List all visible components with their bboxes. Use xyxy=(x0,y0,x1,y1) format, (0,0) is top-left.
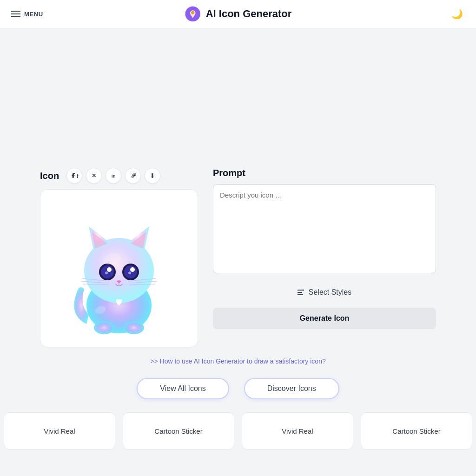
twitter-share-button[interactable]: ✕ xyxy=(86,168,102,184)
facebook-icon xyxy=(70,172,77,179)
select-styles-label: Select Styles xyxy=(309,288,351,297)
svg-point-5 xyxy=(124,321,144,334)
svg-point-12 xyxy=(130,267,135,272)
style-card-1[interactable]: Cartoon Sticker xyxy=(123,412,234,450)
svg-point-4 xyxy=(94,321,114,334)
icon-label: Icon xyxy=(40,171,59,181)
app-title: AI Icon Generator xyxy=(206,8,292,20)
linkedin-icon: in xyxy=(112,173,116,178)
linkedin-share-button[interactable]: in xyxy=(106,168,121,184)
cat-preview-image xyxy=(54,198,184,338)
header: MENU AI Icon Generator 🌙 xyxy=(0,0,476,28)
svg-point-13 xyxy=(105,271,108,274)
help-link[interactable]: >> How to use AI Icon Generator to draw … xyxy=(40,357,436,365)
view-all-label: View All Icons xyxy=(160,384,205,392)
view-all-icons-button[interactable]: View All Icons xyxy=(137,378,229,399)
discover-icons-button[interactable]: Discover Icons xyxy=(244,378,339,399)
style-cards-row: Vivid Real Cartoon Sticker Vivid Real Ca… xyxy=(0,412,476,450)
prompt-panel: Prompt Select Styles Generate Icon xyxy=(213,168,436,329)
style-card-2[interactable]: Vivid Real xyxy=(242,412,353,450)
prompt-input[interactable] xyxy=(213,184,436,273)
generate-icon-button[interactable]: Generate Icon xyxy=(213,308,436,329)
menu-button[interactable]: MENU xyxy=(11,11,43,18)
hamburger-icon xyxy=(11,11,20,17)
header-center: AI Icon Generator xyxy=(185,6,292,22)
menu-label: MENU xyxy=(24,11,43,18)
list-icon xyxy=(298,290,304,295)
icon-panel-header: Icon f ✕ in xyxy=(40,168,198,184)
pinterest-share-button[interactable]: 𝒫 xyxy=(125,168,141,184)
social-icons: f ✕ in 𝒫 ⬇ xyxy=(66,168,160,184)
icon-display xyxy=(40,189,198,347)
svg-point-14 xyxy=(128,271,131,274)
svg-point-1 xyxy=(191,11,194,14)
facebook-share-button[interactable]: f xyxy=(66,168,82,184)
ad-banner xyxy=(0,28,476,159)
app-logo xyxy=(185,6,201,22)
pinterest-icon: 𝒫 xyxy=(131,172,135,179)
style-card-3[interactable]: Cartoon Sticker xyxy=(361,412,472,450)
dark-mode-button[interactable]: 🌙 xyxy=(450,7,465,21)
download-icon: ⬇ xyxy=(150,172,155,179)
icon-panel: Icon f ✕ in xyxy=(40,168,198,347)
prompt-label: Prompt xyxy=(213,168,436,178)
action-buttons: View All Icons Discover Icons xyxy=(29,378,447,399)
download-button[interactable]: ⬇ xyxy=(145,168,160,184)
generator-row: Icon f ✕ in xyxy=(40,168,436,347)
main-content: Icon f ✕ in xyxy=(29,159,447,365)
select-styles-button[interactable]: Select Styles xyxy=(213,282,436,303)
svg-point-11 xyxy=(107,267,112,272)
generate-label: Generate Icon xyxy=(300,314,350,322)
facebook-letter: f xyxy=(77,172,79,179)
style-card-0[interactable]: Vivid Real xyxy=(4,412,115,450)
twitter-x-icon: ✕ xyxy=(92,172,96,179)
discover-label: Discover Icons xyxy=(267,384,316,392)
